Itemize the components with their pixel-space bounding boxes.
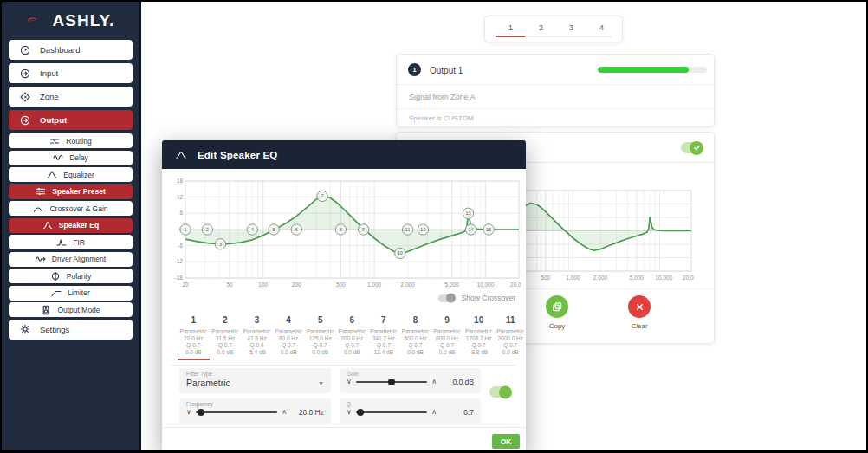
logo-chevron-icon	[27, 14, 48, 28]
frequency-slider-thumb[interactable]	[198, 409, 204, 416]
frequency-decrement-button[interactable]: ∨	[186, 409, 191, 416]
sidebar-item-input[interactable]: Input	[9, 63, 133, 83]
band-type: Parametric	[178, 328, 210, 335]
sidebar-item-polarity[interactable]: Polarity	[9, 269, 133, 283]
sidebar-item-output[interactable]: Output	[9, 110, 133, 130]
tab-1[interactable]: 1	[496, 23, 526, 32]
filter-type-select[interactable]: Filter Type Parametric ▼	[179, 368, 331, 393]
show-crossover-toggle[interactable]	[438, 294, 455, 302]
eq-band-handle-4[interactable]: 4	[247, 224, 257, 235]
svg-text:5: 5	[273, 227, 275, 232]
tab-4[interactable]: 4	[586, 23, 617, 32]
band-number: 7	[368, 315, 400, 325]
signal-source-label: Signal from Zone A	[409, 93, 476, 101]
sidebar-item-label: Equalizer	[63, 171, 94, 179]
band-type: Parametric	[495, 328, 526, 335]
q-decrement-button[interactable]: ∨	[347, 409, 352, 416]
sidebar-item-dashboard[interactable]: Dashboard	[9, 40, 133, 60]
eq-band-9[interactable]: 9Parametric800.0 HzQ 0.70.0 dB	[431, 315, 463, 360]
gain-slider[interactable]	[356, 381, 427, 383]
band-gain: 12.4 dB	[368, 349, 400, 356]
signal-source-row[interactable]: Signal from Zone A	[397, 85, 714, 109]
q-increment-button[interactable]: ∧	[431, 409, 437, 416]
eq-band-handle-14[interactable]: 14	[465, 224, 476, 235]
band-type: Parametric	[304, 328, 336, 335]
gain-slider-thumb[interactable]	[388, 379, 395, 385]
band-frequency: 125.0 Hz	[304, 335, 336, 342]
sidebar-item-limiter[interactable]: Limiter	[9, 286, 133, 301]
band-frequency: 500.0 Hz	[399, 335, 431, 342]
sidebar-item-settings[interactable]: Settings	[9, 320, 133, 340]
eq-band-handle-12[interactable]: 12	[418, 224, 428, 235]
sidebar-item-speaker-eq[interactable]: Speaker Eq	[9, 218, 133, 233]
eq-band-handle-10[interactable]: 10	[395, 248, 405, 258]
eq-band-10[interactable]: 10Parametric1708.2 HzQ 0.7-8.8 dB	[463, 315, 495, 360]
eq-band-6[interactable]: 6Parametric200.0 HzQ 0.70.0 dB	[336, 315, 368, 360]
edit-speaker-eq-modal: Edit Speaker EQ 181260-6-12-182050100200…	[162, 140, 526, 452]
tab-3[interactable]: 3	[556, 23, 586, 32]
eq-band-handle-15[interactable]: 15	[483, 224, 494, 235]
eq-band-handle-11[interactable]: 11	[402, 224, 412, 235]
eq-band-handle-2[interactable]: 2	[202, 224, 212, 235]
q-value: 0.7	[441, 408, 474, 417]
sidebar-item-label: Speaker Eq	[59, 221, 99, 230]
eq-band-4[interactable]: 4Parametric80.0 HzQ 0.70.0 dB	[273, 315, 305, 360]
eq-band-1[interactable]: 1Parametric20.0 HzQ 0.70.0 dB	[178, 315, 210, 360]
ok-button[interactable]: OK	[492, 434, 520, 449]
sidebar-item-output-mode[interactable]: Output Mode	[9, 302, 133, 317]
sidebar-item-zone[interactable]: Zone	[9, 87, 133, 107]
gain-decrement-button[interactable]: ∨	[347, 379, 352, 385]
svg-text:4: 4	[251, 227, 254, 232]
q-slider-thumb[interactable]	[357, 409, 364, 416]
eq-band-7[interactable]: 7Parametric341.2 HzQ 0.712.4 dB	[368, 315, 400, 360]
eq-band-handle-1[interactable]: 1	[180, 224, 191, 235]
eq-band-handle-6[interactable]: 6	[291, 224, 301, 235]
eq-band-handle-7[interactable]: 7	[317, 191, 327, 201]
speaker-preset-label: Speaker is CUSTOM	[409, 114, 474, 122]
band-enable-toggle[interactable]	[489, 386, 510, 398]
speaker-preset-row[interactable]: Speaker is CUSTOM	[397, 109, 714, 127]
sidebar-item-equalizer[interactable]: Equalizer	[9, 167, 133, 182]
eq-band-handle-9[interactable]: 9	[358, 224, 368, 235]
output-level-meter-fill	[598, 67, 689, 73]
frequency-slider[interactable]	[196, 411, 277, 413]
eq-band-2[interactable]: 2Parametric31.5 HzQ 0.70.0 dB	[210, 315, 242, 360]
clear-button[interactable]: Clear	[615, 295, 664, 330]
band-frequency: 31.5 Hz	[210, 335, 242, 342]
sidebar-item-label: Input	[40, 68, 58, 78]
eq-band-handle-5[interactable]: 5	[269, 224, 279, 235]
svg-text:14: 14	[469, 227, 474, 232]
sidebar-item-driver-alignment[interactable]: Driver Alignment	[9, 252, 133, 267]
sidebar-item-crossover-gain[interactable]: Crossover & Gain	[9, 201, 133, 216]
sidebar-item-fir[interactable]: FIR	[9, 235, 133, 249]
zone-diamond-icon	[20, 92, 30, 102]
eq-band-3[interactable]: 3Parametric41.3 HzQ 0.4-5.4 dB	[241, 315, 273, 360]
speaker-eq-graph[interactable]: 181260-6-12-1820501002005001,0002,0005,0…	[172, 178, 521, 294]
sidebar-item-label: Dashboard	[40, 45, 80, 55]
logo-text: ASHLY.	[53, 11, 115, 30]
eq-band-8[interactable]: 8Parametric500.0 HzQ 0.70.0 dB	[399, 315, 431, 360]
tab-2[interactable]: 2	[526, 23, 556, 32]
speaker-eq-enable-toggle[interactable]	[681, 142, 702, 153]
eq-band-5[interactable]: 5Parametric125.0 HzQ 0.70.0 dB	[304, 315, 336, 360]
gain-increment-button[interactable]: ∧	[431, 379, 437, 385]
copy-button[interactable]: Copy	[533, 295, 581, 330]
band-strip-scroll-track[interactable]	[171, 365, 517, 366]
sidebar-item-delay[interactable]: Delay	[9, 151, 133, 165]
q-slider[interactable]	[356, 411, 427, 413]
eq-band-handle-3[interactable]: 3	[215, 239, 225, 249]
eq-band-11[interactable]: 11Parametric2000.0 HzQ 0.70.0 dB	[495, 315, 526, 360]
band-frequency: 41.3 Hz	[241, 335, 273, 342]
sidebar-item-routing[interactable]: Routing	[9, 133, 133, 148]
frequency-increment-button[interactable]: ∧	[282, 409, 287, 416]
band-gain: 0.0 dB	[399, 349, 431, 356]
svg-text:10: 10	[398, 250, 403, 256]
eq-band-handle-13[interactable]: 13	[463, 208, 473, 218]
input-arrow-icon	[20, 68, 30, 79]
sidebar-item-speaker-preset[interactable]: Speaker Preset	[9, 184, 133, 199]
frequency-value: 20.0 Hz	[291, 408, 324, 417]
svg-text:200: 200	[292, 282, 301, 288]
gain-control: Gain ∨ ∧ 0.0 dB	[340, 368, 481, 393]
eq-band-handle-8[interactable]: 8	[335, 224, 346, 235]
svg-text:8: 8	[340, 227, 342, 232]
